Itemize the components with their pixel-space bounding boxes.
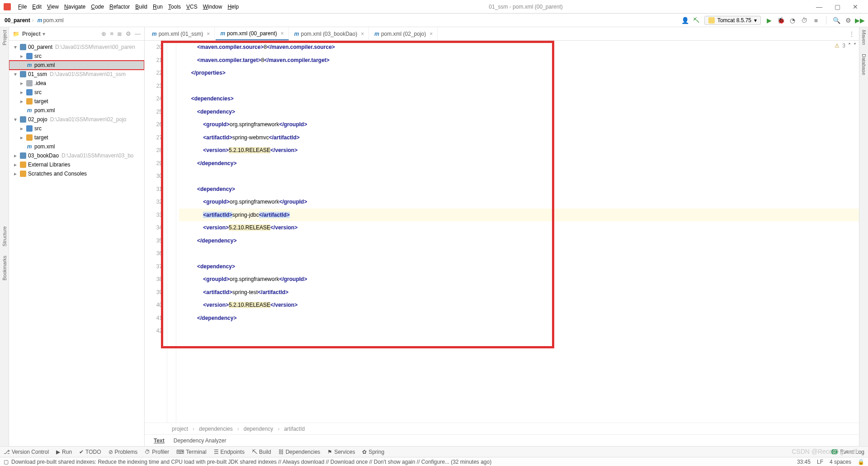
event-log-button[interactable]: 2 Event Log: [831, 449, 864, 455]
menu-edit[interactable]: Edit: [32, 4, 42, 10]
tree-node[interactable]: ▸src: [9, 88, 144, 97]
toolwindow-todo[interactable]: ✔TODO: [79, 449, 101, 455]
tree-node[interactable]: mpom.xml: [9, 61, 144, 70]
tree-node[interactable]: ▸target: [9, 133, 144, 142]
breadcrumb-root[interactable]: 00_parent: [5, 17, 30, 24]
close-tab-icon[interactable]: ×: [429, 31, 433, 37]
search-icon[interactable]: 🔍: [833, 17, 840, 24]
hide-icon[interactable]: —: [135, 30, 141, 37]
collapse-all-icon[interactable]: ≣: [117, 30, 122, 37]
status-message[interactable]: Download pre-built shared indexes: Reduc…: [11, 459, 491, 465]
prev-highlight-icon[interactable]: ˄: [848, 43, 851, 49]
build-hammer-icon[interactable]: ⛏: [693, 17, 700, 24]
bc-project[interactable]: project: [172, 426, 188, 432]
status-bar-icon[interactable]: ▢: [4, 459, 9, 465]
chevron-down-icon[interactable]: ▾: [42, 31, 45, 37]
tree-node[interactable]: mpom.xml: [9, 106, 144, 115]
toolwindow-dependencies[interactable]: ⛓Dependencies: [278, 449, 321, 455]
tree-node[interactable]: ▸External Libraries: [9, 160, 144, 169]
tree-node[interactable]: ▾02_pojoD:\Java01\SSM\maven\02_pojo: [9, 115, 144, 124]
bc-dependency[interactable]: dependency: [244, 426, 273, 432]
tree-node[interactable]: ▸.idea: [9, 79, 144, 88]
main-area: Project Structure Bookmarks 📁 Project ▾ …: [0, 27, 868, 446]
indent-setting[interactable]: 4 spaces: [830, 459, 851, 465]
tree-node[interactable]: ▸target: [9, 97, 144, 106]
close-tab-icon[interactable]: ×: [207, 31, 210, 37]
toolwindow-endpoints[interactable]: ☰Endpoints: [214, 449, 245, 455]
project-tree[interactable]: ▾00_parentD:\Java01\SSM\maven\00_paren▸s…: [9, 41, 144, 446]
toolwindow-terminal[interactable]: ⌨Terminal: [176, 449, 206, 455]
line-ending[interactable]: LF: [817, 459, 823, 465]
run-config-dropdown[interactable]: Tomcat 8.5.75 ▾: [704, 16, 761, 25]
stop-button-icon[interactable]: ■: [812, 17, 820, 24]
close-tab-icon[interactable]: ×: [281, 30, 284, 37]
toolwindow-version-control[interactable]: ⎇Version Control: [4, 449, 49, 455]
select-opened-file-icon[interactable]: ⊕: [101, 30, 106, 37]
menu-build[interactable]: Build: [135, 4, 147, 10]
editor-tab[interactable]: mpom.xml (00_parent)×: [216, 27, 288, 40]
editor-tab[interactable]: mpom.xml (03_bookDao)×: [290, 27, 369, 40]
tree-node[interactable]: mpom.xml: [9, 142, 144, 151]
close-tab-icon[interactable]: ×: [361, 31, 364, 37]
rail-database[interactable]: Database: [861, 54, 867, 75]
editor-tab-text[interactable]: Text: [154, 437, 165, 444]
menu-file[interactable]: File: [18, 4, 27, 10]
menu-code[interactable]: Code: [91, 4, 104, 10]
coverage-button-icon[interactable]: ◔: [789, 17, 796, 24]
tree-node[interactable]: ▸03_bookDaoD:\Java01\SSM\maven\03_bo: [9, 151, 144, 160]
menu-run[interactable]: Run: [153, 4, 163, 10]
settings-gear-icon[interactable]: ⚙: [126, 30, 131, 37]
run-button-icon[interactable]: ▶: [765, 17, 773, 24]
rail-structure[interactable]: Structure: [2, 226, 7, 247]
settings-gear-icon[interactable]: ⚙: [844, 17, 852, 24]
next-highlight-icon[interactable]: ˅: [854, 43, 856, 49]
tree-node[interactable]: ▸Scratches and Consoles: [9, 169, 144, 178]
rail-maven[interactable]: Maven: [861, 30, 867, 45]
minimize-button[interactable]: —: [810, 3, 828, 10]
toolwindow-services[interactable]: ⚑Services: [327, 449, 355, 455]
maximize-button[interactable]: ▢: [828, 3, 846, 10]
project-header: 📁 Project ▾ ⊕ ≡ ≣ ⚙ —: [9, 27, 144, 41]
rail-project[interactable]: Project: [2, 30, 7, 45]
code-content[interactable]: <maven.compiler.source>8</maven.compiler…: [176, 41, 859, 423]
toolwindow-build[interactable]: ⛏Build: [252, 449, 271, 455]
tree-node[interactable]: ▾00_parentD:\Java01\SSM\maven\00_paren: [9, 43, 144, 52]
tabs-more-icon[interactable]: ⋮: [849, 31, 854, 37]
readonly-lock-icon[interactable]: 🔒: [858, 459, 864, 465]
caret-position[interactable]: 33:45: [797, 459, 811, 465]
fold-gutter[interactable]: [167, 41, 176, 423]
toolwindow-problems[interactable]: ⊘Problems: [108, 449, 138, 455]
toolwindow-spring[interactable]: ✿Spring: [362, 449, 384, 455]
editor-tab-depanalyzer[interactable]: Dependency Analyzer: [174, 437, 226, 444]
editor-tab[interactable]: mpom.xml (01_ssm)×: [147, 27, 215, 40]
rail-bookmarks[interactable]: Bookmarks: [2, 256, 7, 281]
close-button[interactable]: ✕: [846, 3, 864, 10]
bc-artifactid[interactable]: artifactId: [284, 426, 305, 432]
menu-vcs[interactable]: VCS: [186, 4, 198, 10]
add-user-icon[interactable]: 👤: [682, 17, 689, 24]
editor-tab[interactable]: mpom.xml (02_pojo)×: [370, 27, 438, 40]
tree-node[interactable]: ▸src: [9, 52, 144, 61]
chevron-down-icon: ▾: [754, 17, 757, 24]
menu-view[interactable]: View: [47, 4, 59, 10]
tree-node[interactable]: ▾01_ssmD:\Java01\SSM\maven\01_ssm: [9, 70, 144, 79]
profile-button-icon[interactable]: ⏱: [801, 17, 808, 24]
bc-dependencies[interactable]: dependencies: [199, 426, 233, 432]
warning-count: 3: [842, 43, 845, 49]
project-title[interactable]: Project: [22, 31, 41, 37]
code-viewport[interactable]: 2021222324252627282930313233343536373839…: [145, 41, 859, 423]
menu-help[interactable]: Help: [227, 4, 239, 10]
tree-node[interactable]: ▸src: [9, 124, 144, 133]
inspection-widget[interactable]: ⚠ 3 ˄ ˅: [835, 43, 856, 49]
event-log-badge: 2: [831, 449, 838, 454]
toolwindow-profiler[interactable]: ⏱Profiler: [145, 449, 169, 455]
toolwindow-run[interactable]: ▶Run: [56, 449, 72, 455]
menu-tools[interactable]: Tools: [168, 4, 181, 10]
breadcrumb-file[interactable]: mpom.xml: [38, 17, 64, 24]
menu-window[interactable]: Window: [203, 4, 222, 10]
debug-button-icon[interactable]: 🐞: [777, 17, 784, 24]
menu-refactor[interactable]: Refactor: [109, 4, 130, 10]
run-anything-icon[interactable]: ▶▶: [856, 17, 863, 24]
menu-navigate[interactable]: Navigate: [64, 4, 85, 10]
expand-all-icon[interactable]: ≡: [110, 30, 113, 37]
